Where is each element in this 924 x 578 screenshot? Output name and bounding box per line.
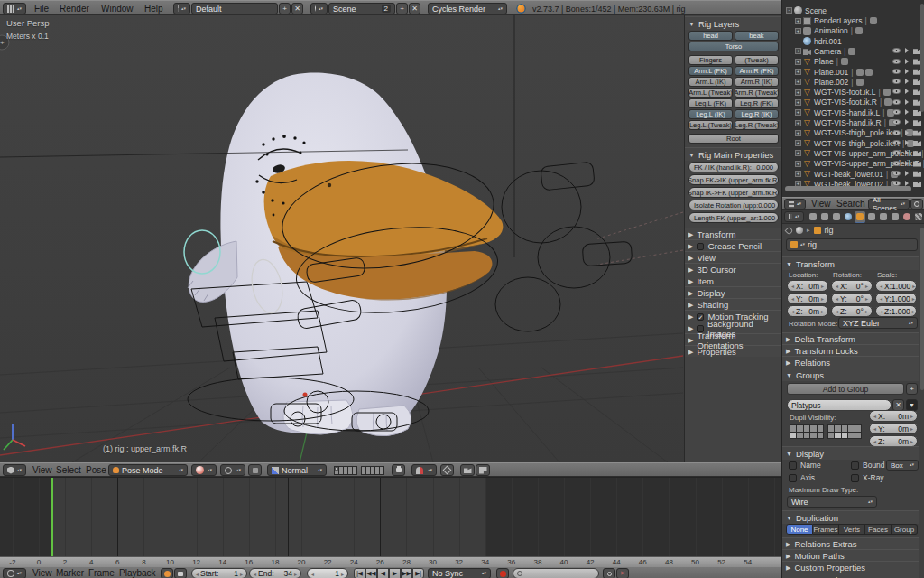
rig-layer-button[interactable]: beak [735,31,779,41]
rotation-y-field[interactable]: ◂Y:0°▸ [831,293,873,304]
prev-keyframe-button[interactable]: ◀◀ [365,568,377,578]
delete-keyframe-button[interactable]: ✕ [616,568,629,578]
properties-vscrollbar[interactable] [920,228,924,390]
group-offset-x-field[interactable]: ◂X:0m▸ [869,410,918,422]
menu-render[interactable]: Render [60,4,89,14]
layer-cell[interactable] [371,471,374,475]
play-button[interactable]: ▶ [389,568,401,578]
expand-toggle[interactable]: + [795,18,801,24]
layer-cell[interactable] [835,425,840,432]
panel-header-motion-paths[interactable]: ▶Motion Paths [782,549,919,561]
screen-layout-field[interactable]: Default [191,3,278,14]
menu-window[interactable]: Window [101,4,134,14]
layer-cell[interactable] [362,471,365,475]
outliner-menu-view[interactable]: View [811,199,831,209]
layer-cell[interactable] [790,425,796,432]
panel-header-transform-orientations[interactable]: ▶Transform Orientations [685,333,782,345]
rig-slider[interactable]: Isolate Rotation (upp:0.000 [688,200,779,210]
panel-header-delta-transform[interactable]: ▶Delta Transform [782,332,919,344]
layer-cell[interactable] [842,425,847,432]
properties-tab-world[interactable] [843,211,854,222]
expand-toggle[interactable]: + [795,59,801,65]
pivot-select[interactable]: ▴▾ [220,464,245,476]
renderability-camera-icon[interactable] [913,161,921,167]
armature-layers-grid-1[interactable] [334,466,357,475]
display-panel-header[interactable]: ▼Display [782,446,919,460]
layer-cell[interactable] [828,425,834,432]
rig-action-button[interactable]: Snap IK->FK (upper_arm.fk.R) [688,187,779,198]
visibility-eye-icon[interactable] [892,99,901,105]
visibility-eye-icon[interactable] [892,161,901,166]
editor-type-selector-outliner[interactable]: ▴▾ [784,199,806,210]
expand-toggle[interactable]: + [795,130,801,136]
layer-cell[interactable] [828,433,834,439]
layer-cell[interactable] [842,433,847,439]
layer-cell[interactable] [848,433,854,439]
layer-cell[interactable] [366,471,370,475]
outliner-search-button[interactable] [910,199,923,210]
rig-layer-button[interactable]: Leg.R (FK) [735,98,779,108]
layer-cell[interactable] [335,467,338,471]
layer-cell[interactable] [348,467,352,471]
viewport-3d[interactable]: + User Persp Meters x 0.1 (1) rig : uppe… [0,15,684,462]
outliner-item[interactable]: +▽WGT-VIS-hand.ik.L| [782,107,924,118]
expand-toggle[interactable]: + [795,89,801,96]
timeline-ruler[interactable]: -202468101214161820222426283032343638404… [0,556,781,566]
transform-panel-header[interactable]: ▼Transform [782,256,919,270]
bound-type-select[interactable]: Box▴▾ [886,460,919,471]
rig-action-button[interactable]: Snap FK->IK (upper_arm.fk.R) [688,174,779,185]
layer-cell[interactable] [362,467,365,471]
rig-main-panel-header[interactable]: ▼Rig Main Properties [685,147,782,161]
current-frame-line[interactable] [51,478,53,556]
properties-tab-constraints[interactable] [866,211,877,222]
tl-menu-view[interactable]: View [32,568,52,578]
layer-cell[interactable] [818,433,823,439]
rig-layer-button[interactable]: Root [688,134,779,144]
outliner-item[interactable]: +▽WGT-VIS-hand.ik.R| [782,117,924,128]
mode-select[interactable]: Pose Mode▴▾ [108,464,188,476]
use-preview-range-toggle[interactable] [161,568,173,578]
play-reverse-button[interactable]: ◀ [377,568,389,578]
selectability-cursor-icon[interactable] [905,89,909,94]
outliner-filter-select[interactable]: All Scenes▴▾ [868,199,910,210]
render-engine-select[interactable]: Cycles Render▴▾ [428,3,507,14]
properties-tab-render-layers[interactable] [819,211,830,222]
snap-element-button[interactable] [440,464,454,476]
outliner-menu-search[interactable]: Search [836,199,865,209]
display-axis-checkbox[interactable]: Axis [789,473,815,482]
tl-menu-playback[interactable]: Playback [119,568,156,578]
renderability-camera-icon[interactable] [913,171,921,177]
snap-select[interactable]: ▴▾ [411,464,437,476]
selectability-cursor-icon[interactable] [905,48,909,53]
transform-orientation-select[interactable]: Normal▴▾ [267,464,327,476]
mocap-panel-header[interactable]: ▼Mocap tools [782,573,919,578]
visibility-eye-icon[interactable] [892,119,901,125]
rig-slider[interactable]: Length FK (upper_ar:1.000 [688,212,779,223]
rig-layer-button[interactable]: Leg.L (FK) [688,98,733,108]
scene-icon-button[interactable]: ▴▾ [310,3,328,14]
expand-toggle[interactable]: + [795,150,801,156]
outliner-item[interactable]: -Scene [782,5,924,16]
layer-cell[interactable] [339,471,343,475]
expand-toggle[interactable]: + [795,79,801,85]
outliner-item[interactable]: +▽WGT-VIS-upper_arm_pole.ik.L| [782,148,924,159]
selectability-cursor-icon[interactable] [905,109,909,115]
panel-header-shading[interactable]: ▶Shading [685,298,782,310]
selectability-cursor-icon[interactable] [905,150,909,155]
layer-cell[interactable] [790,433,796,439]
selectability-cursor-icon[interactable] [905,161,909,166]
location-y-field[interactable]: ◂Y:0m▸ [787,293,828,304]
layer-cell[interactable] [375,467,379,471]
pin-icon[interactable] [785,226,794,235]
outliner-item[interactable]: +▽WGT-VIS-upper_arm_pole.ik.R| [782,159,924,170]
layer-cell[interactable] [344,471,347,475]
layer-cell[interactable] [818,425,823,432]
expand-toggle[interactable]: + [795,69,801,75]
add-to-group-button[interactable]: Add to Group [787,383,904,395]
outliner-vscrollbar[interactable] [920,4,924,112]
current-frame-field[interactable]: ◂1▸ [307,568,348,578]
outliner-item[interactable]: +▽WGT-beak_lower.01| [782,169,924,180]
expand-toggle[interactable]: + [795,48,801,54]
render-opengl-button[interactable] [460,464,475,476]
layer-cell[interactable] [375,471,379,475]
